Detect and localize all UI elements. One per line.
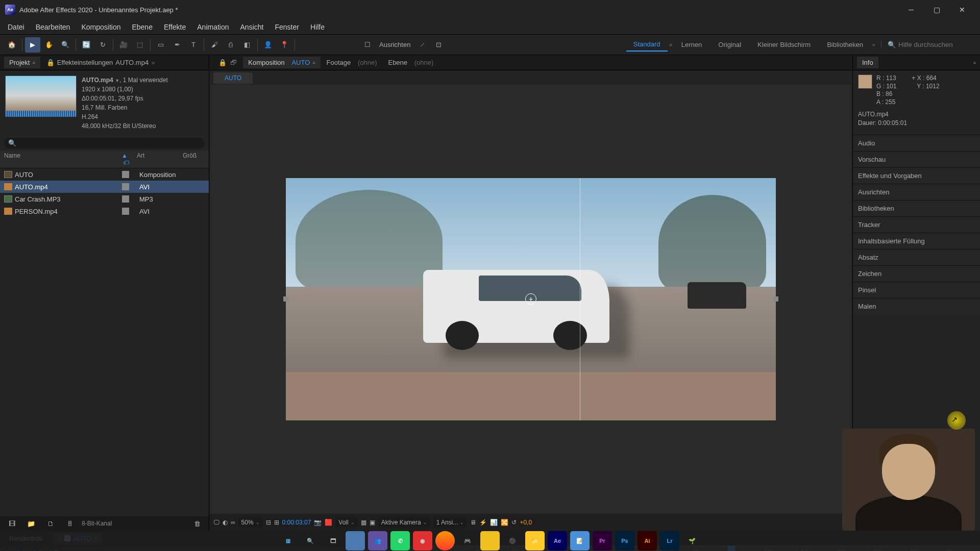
delete-icon[interactable]: 🗑	[189, 516, 205, 531]
panel-header[interactable]: Ausrichten	[853, 184, 980, 200]
taskbar-app-5[interactable]: 📝	[570, 531, 590, 550]
pen-tool[interactable]: ✒	[169, 37, 185, 53]
interpret-footage-icon[interactable]: 🎞	[4, 516, 19, 531]
comp-lock-icon[interactable]: 🔒 🗗	[213, 57, 242, 68]
pan-behind-tool[interactable]: ⬚	[132, 37, 148, 53]
new-comp-icon[interactable]: 🗋	[43, 516, 58, 531]
snapshot-icon[interactable]: 📷	[314, 519, 322, 526]
panel-menu-icon[interactable]: ≡	[973, 60, 976, 65]
selection-tool[interactable]: ▶	[25, 37, 40, 53]
workspace-bibliotheken[interactable]: Bibliotheken	[820, 38, 870, 51]
menu-datei[interactable]: Datei	[3, 21, 30, 33]
pin-tool[interactable]: 📍	[277, 37, 292, 53]
taskbar-app-4[interactable]	[480, 531, 500, 550]
maximize-button[interactable]: ▢	[924, 0, 949, 19]
exposure-value[interactable]: +0,0	[520, 519, 532, 526]
panel-header[interactable]: Vorschau	[853, 151, 980, 167]
workspace-lernen[interactable]: Lernen	[674, 38, 709, 51]
menu-bearbeiten[interactable]: Bearbeiten	[31, 21, 76, 33]
home-button[interactable]: 🏠	[4, 37, 19, 53]
taskbar-photoshop-icon[interactable]: Ps	[615, 531, 634, 550]
menu-animation[interactable]: Animation	[192, 21, 234, 33]
footage-tab[interactable]: Footage (ohne)	[322, 57, 382, 68]
effect-controls-tab[interactable]: 🔒 Effekteinstellungen AUTO.mp4 »	[41, 57, 160, 68]
help-search-input[interactable]	[898, 41, 975, 48]
roi-icon[interactable]: ⊞	[274, 519, 279, 526]
zoom-dropdown[interactable]: 50% ⌄	[238, 518, 263, 527]
taskbar-app-2[interactable]: ◉	[413, 531, 432, 550]
composition-tab[interactable]: Komposition AUTO ≡	[243, 57, 320, 68]
project-item[interactable]: Car Crash.MP3MP3	[0, 193, 209, 205]
panel-header[interactable]: Zeichen	[853, 265, 980, 282]
col-size[interactable]: Größ	[183, 152, 197, 166]
comp-sub-tab[interactable]: AUTO	[213, 72, 253, 84]
project-item[interactable]: AUTO.mp4AVI	[0, 181, 209, 193]
workspace-kleiner[interactable]: Kleiner Bildschirm	[750, 38, 818, 51]
composition-viewer[interactable]	[210, 85, 851, 513]
orbit-tool[interactable]: 🔄	[79, 37, 94, 53]
workspace-menu-icon[interactable]: ≡	[670, 42, 672, 47]
panel-header[interactable]: Audio	[853, 135, 980, 151]
menu-hilfe[interactable]: Hilfe	[305, 21, 330, 33]
col-art[interactable]: Art	[137, 152, 183, 166]
workspace-overflow-icon[interactable]: »	[872, 42, 875, 47]
menu-ansicht[interactable]: Ansicht	[235, 21, 269, 33]
project-search-input[interactable]: 🔍	[4, 138, 205, 148]
minimize-button[interactable]: ─	[898, 0, 924, 19]
res-down-icon[interactable]: ⊟	[266, 519, 271, 526]
panel-header[interactable]: Effekte und Vorgaben	[853, 167, 980, 184]
camera-tool[interactable]: 🎥	[116, 37, 131, 53]
taskbar-firefox-icon[interactable]	[435, 531, 455, 550]
panel-header[interactable]: Bibliotheken	[853, 200, 980, 216]
layer-tab[interactable]: Ebene (ohne)	[383, 57, 438, 68]
flowchart-icon[interactable]: 🔀	[501, 519, 508, 526]
clone-tool[interactable]: ⎙	[223, 37, 238, 53]
panel-header[interactable]: Malen	[853, 298, 980, 314]
snap-opt1[interactable]: ⟋	[414, 37, 430, 53]
fast-preview-icon[interactable]: ⚡	[479, 519, 487, 526]
taskbar-obs-icon[interactable]: ⚫	[503, 531, 522, 550]
taskbar-app-6[interactable]: 🌱	[682, 531, 702, 550]
alpha-icon[interactable]: ◐	[223, 519, 228, 526]
col-name[interactable]: Name	[4, 152, 121, 166]
mask-icon[interactable]: ∞	[231, 519, 235, 526]
hand-tool[interactable]: ✋	[41, 37, 57, 53]
taskbar-premiere-icon[interactable]: Pr	[593, 531, 612, 550]
camera-dropdown[interactable]: Aktive Kamera ⌄	[378, 518, 430, 527]
layer-handle-left[interactable]	[283, 296, 288, 302]
menu-effekte[interactable]: Effekte	[159, 21, 191, 33]
channel-icon[interactable]: 🟥	[325, 519, 332, 526]
start-button[interactable]: ⊞	[278, 531, 298, 550]
info-tab[interactable]: Info	[857, 57, 878, 68]
layer-handle-right[interactable]	[773, 296, 778, 302]
menu-fenster[interactable]: Fenster	[270, 21, 304, 33]
taskbar-app-3[interactable]: 🎮	[458, 531, 477, 550]
sort-icon[interactable]: ▲ 🏷	[121, 152, 137, 166]
type-tool[interactable]: T	[186, 37, 201, 53]
bit-depth-label[interactable]: 8-Bit-Kanal	[82, 520, 112, 527]
overflow-icon[interactable]: »	[151, 59, 155, 66]
project-item[interactable]: AUTOKomposition	[0, 168, 209, 181]
new-folder-icon[interactable]: 📁	[23, 516, 39, 531]
transparency-grid-icon[interactable]: ▦	[361, 519, 366, 526]
panel-header[interactable]: Tracker	[853, 216, 980, 233]
always-preview-icon[interactable]: 🖵	[213, 519, 219, 526]
taskbar-explorer-icon[interactable]: 📁	[525, 531, 545, 550]
safe-zones-icon[interactable]: ▣	[370, 519, 375, 526]
taskbar-aftereffects-icon[interactable]: Ae	[548, 531, 567, 550]
taskbar-lightroom-icon[interactable]: Lr	[660, 531, 679, 550]
menu-komposition[interactable]: Komposition	[76, 21, 126, 33]
panel-header[interactable]: Inhaltsbasierte Füllung	[853, 233, 980, 249]
project-item[interactable]: PERSON.mp4AVI	[0, 205, 209, 217]
views-dropdown[interactable]: 1 Ansi... ⌄	[433, 518, 468, 527]
zoom-tool[interactable]: 🔍	[58, 37, 73, 53]
taskbar-illustrator-icon[interactable]: Ai	[638, 531, 657, 550]
panel-header[interactable]: Pinsel	[853, 282, 980, 298]
taskbar-whatsapp-icon[interactable]: ✆	[390, 531, 410, 550]
brush-tool[interactable]: 🖌	[207, 37, 222, 53]
anchor-point-icon[interactable]	[525, 293, 536, 305]
project-tab[interactable]: Projekt ≡	[4, 57, 40, 68]
roto-tool[interactable]: 👤	[260, 37, 276, 53]
resolution-dropdown[interactable]: Voll ⌄	[335, 518, 357, 527]
workspace-standard[interactable]: Standard	[626, 38, 668, 52]
